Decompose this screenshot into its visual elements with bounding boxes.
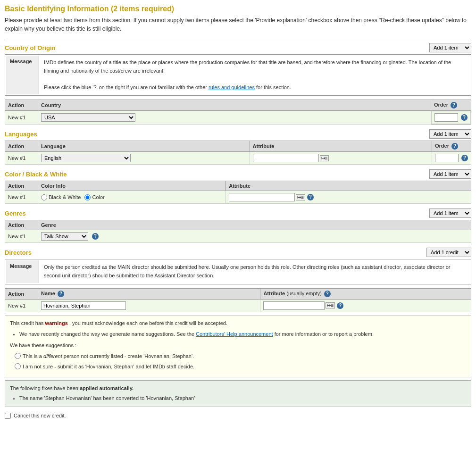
suggestion-option2-text: I am not sure - submit it as 'Hovnanian,… [23, 363, 194, 371]
color-attr-help-icon[interactable]: ? [307, 194, 314, 200]
page-container: Basic Identifying Information (2 items r… [0, 0, 476, 475]
color-row: New #1 Black & White Color [5, 191, 471, 204]
country-col-action: Action [5, 100, 38, 111]
color-section-header: Color / Black & White Add 1 item Add 2 i… [5, 169, 471, 179]
languages-add-wrap: Add 1 item Add 2 items [429, 129, 471, 139]
country-title: Country of Origin [5, 44, 56, 51]
color-attr-input[interactable] [229, 193, 295, 201]
genres-add-wrap: Add 1 item Add 2 items [429, 208, 471, 218]
color-title: Color / Black & White [5, 171, 67, 178]
country-add-wrap: Add 1 item Add 2 items Add 3 items [429, 43, 471, 52]
message-content: IMDb defines the country of a title as t… [40, 56, 470, 94]
languages-title: Languages [5, 131, 37, 138]
genre-row-action: New #1 [5, 230, 38, 243]
color-col-action: Action [5, 181, 38, 191]
directors-add-wrap: Add 1 credit Add 2 credits [426, 248, 471, 257]
color-col-attribute: Attribute [226, 181, 471, 191]
color-table: Action Color Info Attribute New #1 Black… [5, 181, 471, 204]
warning-intro-text: This credit has warnings , you must ackn… [10, 319, 466, 328]
color-radio[interactable] [84, 194, 91, 200]
dir-row: New #1 ↦≡ ? [5, 299, 471, 312]
color-add-wrap: Add 1 item Add 2 items [429, 169, 471, 179]
directors-message-box: Message Only the person credited as the … [5, 259, 471, 284]
lang-row-help-icon[interactable]: ? [461, 155, 468, 161]
directors-message-label: Message [6, 260, 39, 283]
genres-title: Genres [5, 210, 26, 217]
country-row-country: USA UK Canada [38, 111, 431, 125]
genres-add-select[interactable]: Add 1 item Add 2 items [429, 208, 471, 218]
lang-col-order: Order ? [432, 141, 471, 152]
genres-table: Action Genre New #1 Talk-Show Drama Come… [5, 220, 471, 243]
cancel-credit-row: Cancel this new credit. [5, 410, 471, 422]
lang-col-language: Language [38, 141, 250, 152]
country-select[interactable]: USA UK Canada [41, 113, 135, 122]
director-name-input[interactable] [41, 301, 126, 310]
country-row: New #1 USA UK Canada ? [5, 111, 471, 125]
country-row-help-icon[interactable]: ? [461, 114, 468, 121]
country-row-order: ? [431, 111, 471, 124]
directors-table: Action Name ? Attribute (usually empty) … [5, 288, 471, 312]
cancel-credit-label: Cancel this new credit. [14, 413, 66, 418]
language-select[interactable]: English French Spanish [41, 154, 131, 162]
country-table: Action Country Order ? New #1 USA UK Can… [5, 100, 471, 125]
lang-row-attribute: ↦≡ [250, 152, 432, 165]
dir-name-help-icon[interactable]: ? [58, 291, 64, 297]
bw-radio[interactable] [41, 194, 47, 200]
color-col-info: Color Info [38, 181, 226, 191]
director-attr-input[interactable] [263, 301, 325, 310]
country-row-action: New #1 [5, 111, 38, 125]
dir-col-attribute: Attribute (usually empty) ? [260, 288, 471, 299]
suggestion-option1-label[interactable]: This is a different person not currently… [15, 352, 466, 361]
lang-row: New #1 English French Spanish ↦≡ [5, 152, 471, 165]
dir-attr-help-icon[interactable]: ? [324, 291, 331, 297]
color-row-action: New #1 [5, 191, 38, 204]
contributors-help-link[interactable]: Contributors' Help announcement [196, 331, 273, 337]
directors-add-select[interactable]: Add 1 credit Add 2 credits [426, 248, 471, 257]
genre-help-icon[interactable]: ? [92, 233, 99, 240]
suggestion-group: This is a different person not currently… [15, 352, 466, 371]
genre-col-action: Action [5, 220, 38, 230]
fixes-intro: The following fixes have been applied au… [10, 384, 466, 393]
section-divider [5, 38, 471, 38]
lang-order-help-icon[interactable]: ? [451, 143, 458, 150]
suggestion-option2-radio[interactable] [15, 363, 21, 369]
bw-radio-label[interactable]: Black & White [41, 194, 81, 200]
directors-section-header: Directors Add 1 credit Add 2 credits [5, 248, 471, 257]
color-row-attribute: ↦≡ ? [226, 191, 471, 204]
suggestion-option1-text: This is a different person not currently… [23, 352, 194, 361]
message-label: Message [6, 56, 39, 94]
lang-row-language: English French Spanish [38, 152, 250, 165]
dir-attr-note: (usually empty) [286, 291, 322, 296]
cancel-credit-checkbox[interactable] [5, 413, 11, 419]
suggestion-option2-label[interactable]: I am not sure - submit it as 'Hovnanian,… [15, 363, 466, 371]
color-label: Color [92, 194, 104, 200]
warning-bold: warnings [45, 320, 68, 326]
rules-link[interactable]: rules and guidelines [209, 84, 255, 90]
fixes-bold: applied automatically. [80, 385, 134, 391]
dir-row-name [38, 299, 260, 312]
genre-row: New #1 Talk-Show Drama Comedy Action Doc… [5, 230, 471, 243]
warning-bullet: We have recently changed the way we gene… [19, 330, 466, 339]
color-row-info: Black & White Color [38, 191, 226, 204]
suggestion-option1-radio[interactable] [15, 353, 21, 359]
color-attr-list-icon[interactable]: ↦≡ [296, 194, 305, 200]
languages-add-select[interactable]: Add 1 item Add 2 items [429, 129, 471, 139]
dir-col-name: Name ? [38, 288, 260, 299]
country-order-help-icon[interactable]: ? [451, 102, 457, 108]
dir-row-action: New #1 [5, 299, 38, 312]
director-row-help-icon[interactable]: ? [337, 302, 343, 309]
genre-select[interactable]: Talk-Show Drama Comedy Action Documentar… [41, 232, 88, 241]
dir-row-attribute: ↦≡ ? [260, 299, 471, 312]
country-message-box: Message IMDb defines the country of a ti… [5, 54, 471, 96]
lang-col-attribute: Attribute [250, 141, 432, 152]
dir-col-action: Action [5, 288, 38, 299]
director-attr-list-icon[interactable]: ↦≡ [326, 302, 335, 308]
lang-attr-input[interactable] [253, 154, 319, 162]
country-order-input[interactable] [434, 113, 458, 122]
color-radio-label[interactable]: Color [84, 194, 104, 200]
color-add-select[interactable]: Add 1 item Add 2 items [429, 169, 471, 179]
lang-order-input[interactable] [435, 154, 459, 162]
lang-attr-list-icon[interactable]: ↦≡ [320, 155, 329, 161]
directors-message-content: Only the person credited as the MAIN dir… [40, 260, 470, 283]
country-add-select[interactable]: Add 1 item Add 2 items Add 3 items [429, 43, 471, 52]
